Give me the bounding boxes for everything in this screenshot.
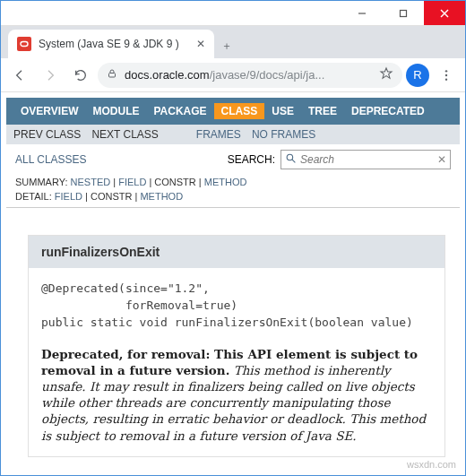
- frames-link[interactable]: FRAMES: [196, 128, 241, 141]
- method-signature: @Deprecated(since="1.2", forRemoval=true…: [29, 268, 444, 341]
- detail-line: DETAIL: FIELD | CONSTR | METHOD: [6, 189, 460, 203]
- svg-rect-4: [21, 42, 28, 47]
- method-description: Deprecated, for removal: This API elemen…: [29, 341, 444, 456]
- search-box[interactable]: ✕: [280, 150, 451, 169]
- search-label: SEARCH:: [228, 153, 275, 166]
- javadoc-subnav: PREV CLASS NEXT CLASS FRAMES NO FRAMES: [6, 125, 460, 144]
- profile-avatar[interactable]: R: [406, 64, 429, 87]
- url-text: docs.oracle.com/javase/9/docs/api/ja...: [125, 68, 372, 82]
- nav-overview[interactable]: OVERVIEW: [13, 103, 85, 119]
- nav-use[interactable]: USE: [264, 103, 301, 119]
- svg-line-10: [292, 160, 295, 162]
- browser-tab[interactable]: System (Java SE 9 & JDK 9 ) ✕: [8, 30, 214, 58]
- page-content: OVERVIEW MODULE PACKAGE CLASS USE TREE D…: [1, 92, 465, 475]
- summary-constr: CONSTR: [154, 177, 195, 187]
- svg-point-6: [445, 70, 447, 72]
- svg-point-9: [287, 154, 293, 160]
- star-icon[interactable]: [379, 66, 393, 83]
- all-classes-link[interactable]: ALL CLASSES: [15, 153, 87, 166]
- prev-class: PREV CLASS: [13, 128, 81, 141]
- close-button[interactable]: [424, 1, 465, 25]
- summary-nested[interactable]: NESTED: [71, 177, 111, 187]
- tab-close-icon[interactable]: ✕: [196, 38, 205, 50]
- method-name-header: runFinalizersOnExit: [29, 236, 444, 268]
- noframes-link[interactable]: NO FRAMES: [252, 128, 315, 141]
- window-titlebar: [1, 1, 465, 26]
- svg-point-7: [445, 74, 447, 75]
- detail-field[interactable]: FIELD: [55, 191, 82, 202]
- svg-rect-5: [109, 74, 116, 78]
- detail-method[interactable]: METHOD: [140, 191, 183, 202]
- tab-strip: System (Java SE 9 & JDK 9 ) ✕ ＋: [1, 26, 465, 58]
- nav-class[interactable]: CLASS: [214, 103, 265, 119]
- minimize-button[interactable]: [341, 1, 383, 25]
- svg-point-8: [445, 78, 447, 80]
- summary-method[interactable]: METHOD: [204, 177, 247, 187]
- watermark: wsxdn.com: [407, 459, 456, 470]
- search-icon: [285, 152, 297, 167]
- maximize-button[interactable]: [383, 1, 424, 25]
- new-tab-button[interactable]: ＋: [214, 33, 239, 58]
- nav-tree[interactable]: TREE: [301, 103, 344, 119]
- search-input[interactable]: [300, 153, 437, 166]
- forward-button[interactable]: [37, 62, 64, 89]
- summary-line: SUMMARY: NESTED | FIELD | CONSTR | METHO…: [6, 175, 460, 189]
- oracle-favicon: [17, 37, 31, 51]
- reload-button[interactable]: [67, 62, 94, 89]
- detail-constr: CONSTR: [91, 191, 132, 202]
- address-bar[interactable]: docs.oracle.com/javase/9/docs/api/ja...: [98, 63, 402, 88]
- tab-title: System (Java SE 9 & JDK 9 ): [39, 38, 189, 50]
- svg-rect-1: [401, 10, 407, 16]
- back-button[interactable]: [6, 62, 33, 89]
- clear-search-icon[interactable]: ✕: [437, 153, 446, 166]
- method-detail-box: runFinalizersOnExit @Deprecated(since="1…: [28, 235, 445, 457]
- javadoc-navbar: OVERVIEW MODULE PACKAGE CLASS USE TREE D…: [6, 98, 460, 125]
- menu-button[interactable]: [433, 62, 460, 89]
- nav-deprecated[interactable]: DEPRECATED: [344, 103, 432, 119]
- summary-field[interactable]: FIELD: [118, 177, 146, 187]
- nav-package[interactable]: PACKAGE: [146, 103, 213, 119]
- nav-module[interactable]: MODULE: [85, 103, 146, 119]
- browser-toolbar: docs.oracle.com/javase/9/docs/api/ja... …: [1, 58, 465, 92]
- lock-icon: [107, 68, 117, 82]
- next-class: NEXT CLASS: [91, 128, 158, 141]
